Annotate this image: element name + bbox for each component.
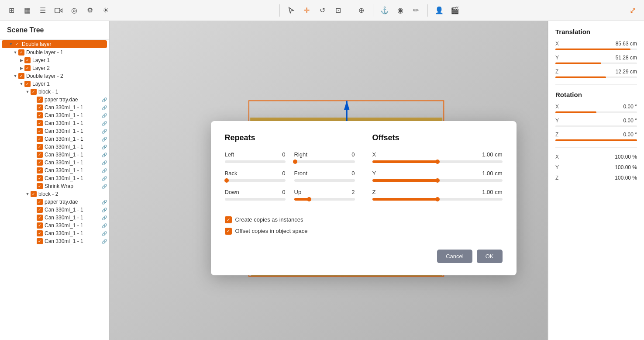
right-slider[interactable]: [294, 160, 355, 163]
tree-arrow-layer-2a[interactable]: [18, 65, 24, 71]
tree-checkbox-layer-1b[interactable]: [24, 81, 31, 87]
tree-item-can15[interactable]: Can 330ml_1 - 1🔗: [0, 237, 109, 245]
tree-checkbox-can14[interactable]: [37, 230, 43, 236]
tree-item-layer-1a[interactable]: Layer 1: [0, 56, 109, 64]
tree-arrow-can10[interactable]: [31, 175, 37, 181]
target-icon[interactable]: ◎: [68, 4, 80, 17]
tree-arrow-can3[interactable]: [31, 120, 37, 126]
camera-icon[interactable]: [52, 4, 65, 17]
offset-x-slider[interactable]: [372, 160, 503, 163]
circle-icon[interactable]: ◉: [394, 4, 406, 17]
tree-arrow-can12[interactable]: [31, 215, 37, 221]
tree-item-can3[interactable]: Can 330ml_1 - 1🔗: [0, 119, 109, 127]
tree-arrow-double-layer-1[interactable]: [12, 49, 18, 56]
tree-checkbox-double-layer[interactable]: [14, 41, 20, 47]
offset-copies-row[interactable]: Offset copies in object space: [225, 228, 355, 235]
tree-link-icon-can1[interactable]: 🔗: [102, 105, 107, 110]
tree-arrow-can2[interactable]: [31, 112, 37, 118]
tree-checkbox-block-2[interactable]: [31, 191, 37, 197]
tree-arrow-block-2[interactable]: [24, 191, 31, 197]
scale-icon[interactable]: ⊡: [332, 4, 344, 17]
tree-arrow-can1[interactable]: [31, 104, 37, 111]
anchor-icon[interactable]: ⚓: [379, 4, 391, 17]
tree-item-block-2[interactable]: block - 2: [0, 190, 109, 198]
tree-item-double-layer-2[interactable]: Double layer - 2: [0, 72, 109, 80]
tree-checkbox-double-layer-1[interactable]: [18, 49, 24, 56]
viewport[interactable]: Cola Cola Cola Cola Cola Cola Cola: [109, 21, 548, 340]
tree-item-paper-tray[interactable]: paper tray.dae🔗: [0, 96, 109, 104]
transform-icon[interactable]: ⊕: [355, 4, 368, 17]
tree-link-icon-can15[interactable]: 🔗: [102, 239, 107, 244]
tree-checkbox-can4[interactable]: [37, 128, 43, 134]
rz-slider[interactable]: [555, 139, 637, 141]
tree-item-double-layer[interactable]: Double layer: [2, 40, 107, 48]
tree-item-shrink-wrap[interactable]: Shrink Wrap🔗: [0, 182, 109, 190]
down-slider[interactable]: [225, 198, 286, 201]
offset-y-slider[interactable]: [372, 179, 503, 182]
tree-link-icon-can7[interactable]: 🔗: [102, 153, 107, 157]
tree-link-icon-can9[interactable]: 🔗: [102, 168, 107, 173]
tree-arrow-can9[interactable]: [31, 167, 37, 173]
tree-arrow-can7[interactable]: [31, 152, 37, 158]
tree-arrow-can5[interactable]: [31, 136, 37, 142]
tree-item-can2[interactable]: Can 330ml_1 - 1🔗: [0, 111, 109, 119]
tree-link-icon-can5[interactable]: 🔗: [102, 137, 107, 142]
settings-icon[interactable]: ⚙: [84, 4, 96, 17]
tree-arrow-double-layer-2[interactable]: [12, 73, 18, 79]
tree-link-icon-can4[interactable]: 🔗: [102, 129, 107, 134]
tree-checkbox-paper-tray[interactable]: [37, 97, 43, 103]
left-slider[interactable]: [225, 160, 286, 163]
tree-checkbox-paper-tray-2[interactable]: [37, 199, 43, 205]
tree-item-can6[interactable]: Can 330ml_1 - 1🔗: [0, 143, 109, 151]
tree-arrow-block-1[interactable]: [24, 89, 31, 95]
tree-item-block-1[interactable]: block - 1: [0, 88, 109, 96]
create-copies-row[interactable]: Create copies as instances: [225, 216, 355, 223]
offset-z-slider[interactable]: [372, 198, 503, 201]
tree-link-icon-paper-tray-2[interactable]: 🔗: [102, 200, 107, 205]
tree-link-icon-can11[interactable]: 🔗: [102, 208, 107, 212]
tree-item-paper-tray-2[interactable]: paper tray.dae🔗: [0, 198, 109, 206]
front-slider[interactable]: [294, 179, 355, 182]
clap-icon[interactable]: 🎬: [449, 4, 461, 17]
ry-slider[interactable]: [555, 125, 637, 127]
tree-link-icon-paper-tray[interactable]: 🔗: [102, 97, 107, 102]
tree-link-icon-can12[interactable]: 🔗: [102, 215, 107, 220]
tree-checkbox-can12[interactable]: [37, 215, 43, 221]
tree-arrow-can8[interactable]: [31, 160, 37, 166]
cancel-button[interactable]: Cancel: [437, 250, 472, 263]
rx-slider[interactable]: [555, 111, 637, 113]
tree-checkbox-shrink-wrap[interactable]: [37, 183, 43, 189]
person-icon[interactable]: 👤: [433, 4, 445, 17]
rotate-icon[interactable]: ↺: [317, 4, 329, 17]
layout-icon[interactable]: ▦: [21, 4, 33, 17]
move-icon[interactable]: ✛: [301, 4, 313, 17]
tree-item-can10[interactable]: Can 330ml_1 - 1🔗: [0, 174, 109, 182]
fullscreen-icon[interactable]: ⤢: [627, 4, 639, 17]
grid-icon[interactable]: ⊞: [5, 4, 17, 17]
tree-checkbox-can10[interactable]: [37, 175, 43, 181]
up-slider[interactable]: [294, 198, 355, 201]
tree-item-can7[interactable]: Can 330ml_1 - 1🔗: [0, 151, 109, 159]
tree-checkbox-can7[interactable]: [37, 152, 43, 158]
tree-link-icon-can3[interactable]: 🔗: [102, 121, 107, 126]
pointer-icon[interactable]: [285, 4, 297, 17]
tree-checkbox-block-1[interactable]: [31, 89, 37, 95]
tree-item-can1[interactable]: Can 330ml_1 - 1🔗: [0, 104, 109, 111]
tree-checkbox-can11[interactable]: [37, 207, 43, 213]
tree-item-can12[interactable]: Can 330ml_1 - 1🔗: [0, 214, 109, 222]
tree-checkbox-can3[interactable]: [37, 120, 43, 126]
tree-link-icon-shrink-wrap[interactable]: 🔗: [102, 184, 107, 189]
tree-link-icon-can8[interactable]: 🔗: [102, 160, 107, 165]
offset-copies-checkbox[interactable]: [225, 228, 232, 235]
back-slider[interactable]: [225, 179, 286, 182]
tree-checkbox-can5[interactable]: [37, 136, 43, 142]
tree-checkbox-can15[interactable]: [37, 238, 43, 244]
tx-slider[interactable]: [555, 49, 637, 50]
tree-arrow-paper-tray-2[interactable]: [31, 199, 37, 205]
tree-arrow-shrink-wrap[interactable]: [31, 183, 37, 189]
tree-item-layer-1b[interactable]: Layer 1: [0, 80, 109, 88]
tree-arrow-can4[interactable]: [31, 128, 37, 134]
tree-arrow-can11[interactable]: [31, 207, 37, 213]
tree-arrow-can14[interactable]: [31, 230, 37, 236]
tree-item-double-layer-1[interactable]: Double layer - 1: [0, 49, 109, 56]
